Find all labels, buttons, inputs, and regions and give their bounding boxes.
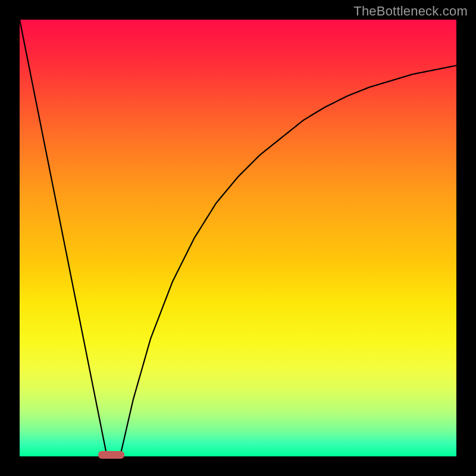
plot-area [20, 20, 456, 456]
bottleneck-marker [98, 451, 124, 459]
chart-frame: TheBottleneck.com [0, 0, 476, 476]
curve-layer [20, 20, 456, 456]
watermark-text: TheBottleneck.com [353, 4, 468, 19]
right-curve-path [120, 65, 456, 456]
left-line-path [20, 20, 107, 456]
